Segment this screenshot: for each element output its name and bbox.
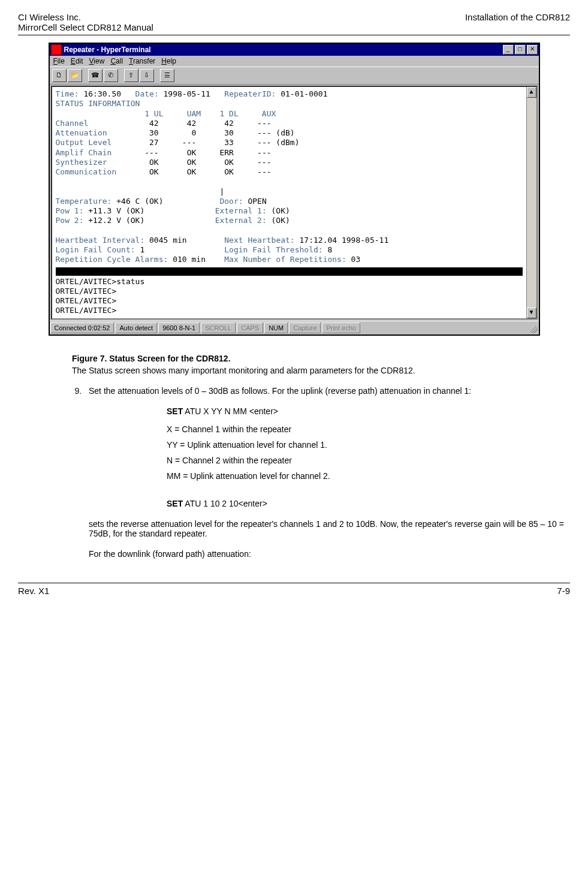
lbl-comm: Communication <box>56 167 117 176</box>
val-lfc: 1 <box>135 245 145 254</box>
val-hb: 0045 min <box>144 236 186 245</box>
lbl-time: Time: <box>56 89 79 98</box>
val-pow2: +12.2 V (OK) <box>83 216 144 225</box>
footer-rev: Rev. X1 <box>18 586 49 596</box>
vertical-scrollbar[interactable]: ▲ ▼ <box>526 87 536 318</box>
command-2: SET ATU 1 10 2 10<enter> <box>167 499 564 508</box>
lbl-output: Output Level <box>56 138 112 147</box>
val-rca: 010 min <box>168 255 206 264</box>
resize-grip-icon[interactable] <box>526 321 539 335</box>
chapter-title: Installation of the CDR812 <box>465 12 570 22</box>
scroll-track[interactable] <box>527 98 536 308</box>
lbl-pow1: Pow 1: <box>56 206 84 215</box>
val-date: 1998-05-11 <box>164 89 210 98</box>
status-capture: Capture <box>289 323 321 333</box>
col-headers: 1 UL UAM 1 DL AUX <box>56 109 276 118</box>
val-temp: +46 C (OK) <box>111 197 163 206</box>
terminal-output: Time: 16:30.50 Date: 1998-05-11 Repeater… <box>52 87 526 318</box>
menu-file[interactable]: File <box>53 57 65 65</box>
scroll-down-icon[interactable]: ▼ <box>527 308 536 318</box>
menu-bar: File Edit View Call Transfer Help <box>50 56 539 67</box>
param-n: N = Channel 2 within the repeater <box>167 456 564 465</box>
prompt-3: ORTEL/AVITEC> <box>56 296 117 305</box>
param-yy: YY = Uplink attenuation level for channe… <box>167 440 564 450</box>
lbl-rca: Repetition Cycle Alarms: <box>56 255 168 264</box>
prompt-2: ORTEL/AVITEC> <box>56 287 117 296</box>
prompt-4: ORTEL/AVITEC> <box>56 306 117 315</box>
company: CI Wireless Inc. <box>18 12 81 22</box>
status-scroll: SCROLL <box>201 323 236 333</box>
doc-title: MirrorCell Select CDR812 Manual <box>18 22 153 32</box>
lbl-lfc: Login Fail Count: <box>56 245 135 254</box>
menu-call[interactable]: Call <box>110 57 123 65</box>
lbl-status-info: STATUS INFORMATION <box>56 99 140 108</box>
tb-call-icon[interactable]: ☎ <box>88 69 102 82</box>
maximize-button[interactable]: □ <box>515 45 526 55</box>
hyperterminal-window: Repeater - HyperTerminal _ □ ✕ File Edit… <box>49 43 540 336</box>
title-bar[interactable]: Repeater - HyperTerminal _ □ ✕ <box>50 44 539 56</box>
val-lft: 8 <box>323 245 333 254</box>
lbl-repeater: RepeaterID: <box>224 89 276 98</box>
lbl-ext1: External 1: <box>215 206 267 215</box>
val-channel: 42 42 42 --- <box>88 119 271 128</box>
menu-help[interactable]: Help <box>161 57 176 65</box>
highlight-bar <box>56 267 523 276</box>
lbl-attenuation: Attenuation <box>56 128 107 137</box>
val-synth: OK OK OK --- <box>107 158 272 167</box>
lbl-nhb: Next Heartbeat: <box>224 236 294 245</box>
cursor: | <box>56 187 225 196</box>
lbl-lft: Login Fail Threshold: <box>224 245 322 254</box>
val-attenuation: 30 0 30 --- (dB) <box>107 128 295 137</box>
val-time: 16:30.50 <box>83 89 121 98</box>
val-mnr: 03 <box>346 255 360 264</box>
lbl-channel: Channel <box>56 119 89 128</box>
param-x: X = Channel 1 within the repeater <box>167 424 564 434</box>
lbl-pow2: Pow 2: <box>56 216 84 225</box>
menu-edit[interactable]: Edit <box>71 57 83 65</box>
lbl-amplif: Amplif Chain <box>56 148 112 157</box>
status-echo: Print echo <box>322 323 360 333</box>
lbl-hb: Heartbeat Interval: <box>56 236 145 245</box>
val-ext2: (OK) <box>267 216 290 225</box>
lbl-mnr: Max Number of Repetitions: <box>224 255 346 264</box>
tb-send-icon[interactable]: ⇧ <box>124 69 138 82</box>
status-setting: 9600 8-N-1 <box>158 323 200 333</box>
menu-transfer[interactable]: Transfer <box>129 57 155 65</box>
lbl-door: Door: <box>219 197 243 206</box>
tb-receive-icon[interactable]: ⇩ <box>140 69 154 82</box>
lbl-synth: Synthesizer <box>56 158 107 167</box>
val-door: OPEN <box>243 197 267 206</box>
status-bar: Connected 0:02:52 Auto detect 9600 8-N-1… <box>50 321 539 335</box>
page-footer: Rev. X1 7-9 <box>18 583 570 596</box>
scroll-up-icon[interactable]: ▲ <box>527 87 536 98</box>
explanation-para: sets the reverse attenuation level for t… <box>89 519 564 538</box>
val-comm: OK OK OK --- <box>116 167 271 176</box>
lbl-ext2: External 2: <box>215 216 267 225</box>
val-nhb: 17:12.04 1998-05-11 <box>295 236 389 245</box>
val-ext1: (OK) <box>267 206 290 215</box>
window-title: Repeater - HyperTerminal <box>64 46 502 54</box>
app-icon <box>51 44 62 55</box>
prompt-1: ORTEL/AVITEC>status <box>56 277 145 286</box>
status-num: NUM <box>264 323 288 333</box>
tb-open-icon[interactable]: 📂 <box>68 69 82 82</box>
status-detect: Auto detect <box>115 323 157 333</box>
minimize-button[interactable]: _ <box>503 45 514 55</box>
figure-description: The Status screen shows many important m… <box>72 366 564 375</box>
tb-new-icon[interactable]: 🗋 <box>52 69 67 82</box>
status-connected: Connected 0:02:52 <box>50 323 114 333</box>
page-header: CI Wireless Inc. MirrorCell Select CDR81… <box>18 12 570 35</box>
param-mm: MM = Uplink attenuation level for channe… <box>167 471 564 481</box>
tb-properties-icon[interactable]: ☰ <box>160 69 174 82</box>
menu-view[interactable]: View <box>89 57 105 65</box>
lbl-temp: Temperature: <box>56 197 112 206</box>
val-amplif: --- OK ERR --- <box>111 148 271 157</box>
val-repeater: 01-01-0001 <box>281 89 327 98</box>
tb-hangup-icon[interactable]: ✆ <box>104 69 118 82</box>
status-caps: CAPS <box>237 323 263 333</box>
command-1: SET ATU X YY N MM <enter> <box>167 406 564 416</box>
close-button[interactable]: ✕ <box>527 45 538 55</box>
figure-caption: Figure 7. Status Screen for the CDR812. <box>72 354 564 363</box>
val-pow1: +11.3 V (OK) <box>83 206 144 215</box>
step-9: Set the attenuation levels of 0 – 30dB a… <box>89 386 564 396</box>
